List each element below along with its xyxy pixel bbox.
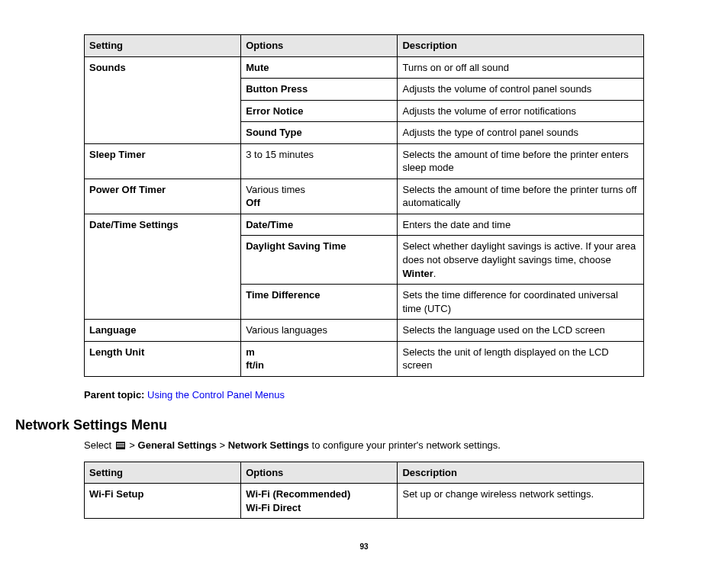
- table-header-row: Setting Options Description: [85, 462, 644, 484]
- setting-language: Language: [85, 320, 241, 342]
- intro-ns: Network Settings: [228, 439, 309, 451]
- section-heading: Network Settings Menu: [15, 417, 644, 433]
- opt-off: Off: [246, 196, 392, 210]
- desc-mute: Turns on or off all sound: [398, 56, 644, 79]
- col-options: Options: [241, 35, 398, 57]
- intro-sep2: >: [217, 439, 228, 451]
- opt-wifi-recommended: Wi-Fi (Recommended): [246, 487, 392, 501]
- intro-sep1: >: [127, 439, 138, 451]
- parent-topic-label: Parent topic:: [84, 389, 144, 401]
- desc-dst-bold: Winter: [402, 268, 433, 279]
- desc-error-notice: Adjusts the volume of error notification…: [398, 100, 644, 122]
- option-sound-type: Sound Type: [241, 122, 398, 144]
- desc-time-diff: Sets the time difference for coordinated…: [398, 285, 644, 320]
- option-sleep: 3 to 15 minutes: [241, 143, 398, 179]
- option-length: m ft/in: [241, 341, 398, 376]
- parent-topic-link[interactable]: Using the Control Panel Menus: [147, 389, 285, 401]
- opt-various-times: Various times: [246, 183, 392, 197]
- desc-language: Selects the language used on the LCD scr…: [398, 320, 644, 342]
- option-mute: Mute: [241, 56, 398, 79]
- settings-table: Setting Options Description Sounds Mute …: [84, 34, 644, 377]
- setting-datetime: Date/Time Settings: [85, 214, 241, 319]
- option-language: Various languages: [241, 320, 398, 342]
- opt-wifi-direct: Wi-Fi Direct: [246, 501, 392, 515]
- col-setting: Setting: [85, 35, 241, 57]
- desc-power: Selects the amount of time before the pr…: [398, 179, 644, 214]
- option-time-diff: Time Difference: [241, 285, 398, 320]
- setting-sleep-timer: Sleep Timer: [85, 143, 241, 179]
- desc-sound-type: Adjusts the type of control panel sounds: [398, 122, 644, 144]
- intro-gs: General Settings: [138, 439, 217, 451]
- table-row: Date/Time Settings Date/Time Enters the …: [85, 214, 644, 236]
- intro-pre: Select: [84, 439, 114, 451]
- option-wifi: Wi-Fi (Recommended) Wi-Fi Direct: [241, 484, 398, 519]
- opt-ftin: ft/in: [246, 359, 392, 372]
- option-error-notice: Error Notice: [241, 100, 398, 122]
- col-description: Description: [398, 35, 644, 57]
- desc-dst-post: .: [433, 268, 436, 279]
- intro-text: Select > General Settings > Network Sett…: [84, 439, 644, 451]
- table-row: Length Unit m ft/in Selects the unit of …: [85, 341, 644, 376]
- table-row: Wi-Fi Setup Wi-Fi (Recommended) Wi-Fi Di…: [85, 484, 644, 519]
- page-number: 93: [0, 542, 728, 551]
- setting-power-off: Power Off Timer: [85, 179, 241, 214]
- option-power: Various times Off: [241, 179, 398, 214]
- parent-topic: Parent topic: Using the Control Panel Me…: [84, 389, 644, 401]
- table-row: Language Various languages Selects the l…: [85, 320, 644, 342]
- menu-icon: [116, 442, 125, 449]
- setting-length-unit: Length Unit: [85, 341, 241, 376]
- intro-post: to configure your printer's network sett…: [309, 439, 501, 451]
- setting-sounds: Sounds: [85, 56, 241, 143]
- col-description: Description: [398, 462, 644, 484]
- table-row: Sleep Timer 3 to 15 minutes Selects the …: [85, 143, 644, 179]
- setting-wifi-setup: Wi-Fi Setup: [85, 484, 241, 519]
- col-options: Options: [241, 462, 398, 484]
- opt-m: m: [246, 346, 392, 359]
- desc-dst-pre: Select whether daylight savings is activ…: [402, 240, 636, 265]
- table-row: Power Off Timer Various times Off Select…: [85, 179, 644, 214]
- desc-dst: Select whether daylight savings is activ…: [398, 236, 644, 285]
- option-button-press: Button Press: [241, 79, 398, 101]
- option-datetime: Date/Time: [241, 214, 398, 236]
- desc-wifi: Set up or change wireless network settin…: [398, 484, 644, 519]
- network-settings-table: Setting Options Description Wi-Fi Setup …: [84, 462, 644, 520]
- option-dst: Daylight Saving Time: [241, 236, 398, 285]
- col-setting: Setting: [85, 462, 241, 484]
- desc-length: Selects the unit of length displayed on …: [398, 341, 644, 376]
- table-header-row: Setting Options Description: [85, 35, 644, 57]
- desc-sleep: Selects the amount of time before the pr…: [398, 143, 644, 179]
- table-row: Sounds Mute Turns on or off all sound: [85, 56, 644, 79]
- desc-datetime: Enters the date and time: [398, 214, 644, 236]
- desc-button-press: Adjusts the volume of control panel soun…: [398, 79, 644, 101]
